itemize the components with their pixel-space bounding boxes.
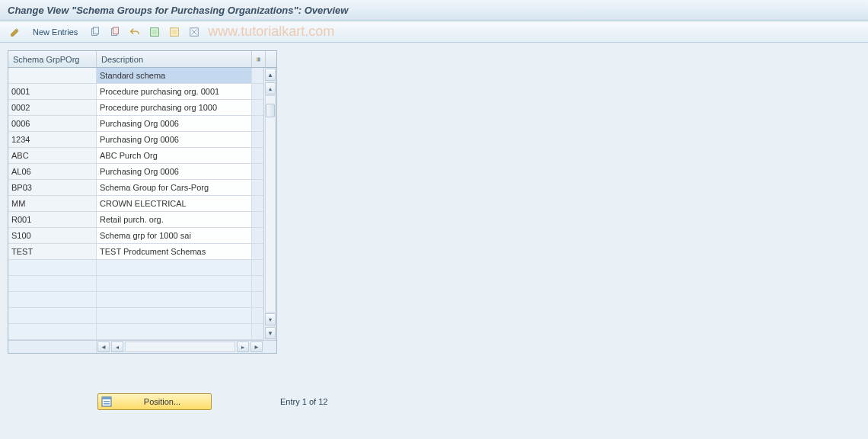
cell-description[interactable]: Purchasing Org 0006 xyxy=(97,164,252,179)
table-row-empty[interactable] xyxy=(8,260,263,276)
cell-description[interactable]: TEST Prodcument Schemas xyxy=(97,244,252,259)
cell-description[interactable]: Schema grp for 1000 sai xyxy=(97,228,252,243)
cell-description[interactable]: Schema Group for Cars-Porg xyxy=(97,180,252,195)
table-row[interactable]: 0002Procedure purchasing org 1000 xyxy=(8,100,263,116)
table-row[interactable]: R001Retail purch. org. xyxy=(8,212,263,228)
scroll-down-button[interactable]: ▼ xyxy=(265,327,276,339)
position-icon xyxy=(101,396,112,407)
vscroll-track[interactable] xyxy=(265,95,276,312)
cell-schema[interactable]: ABC xyxy=(8,148,97,163)
cell-description[interactable]: ABC Purch Org xyxy=(97,148,252,163)
cell-description-empty[interactable] xyxy=(97,260,252,275)
delete-icon xyxy=(110,27,120,37)
content-area: Schema GrpPOrg Description Standard sche… xyxy=(0,43,868,437)
table-row-empty[interactable] xyxy=(8,324,263,340)
table-header: Schema GrpPOrg Description xyxy=(8,51,276,68)
cell-schema[interactable]: 0002 xyxy=(8,100,97,115)
cell-schema[interactable]: R001 xyxy=(8,212,97,227)
undo-icon xyxy=(129,27,140,37)
table-row[interactable]: 0006Purchasing Org 0006 xyxy=(8,116,263,132)
svg-rect-12 xyxy=(259,57,260,60)
watermark-text: www.tutorialkart.com xyxy=(208,24,334,40)
select-block-button[interactable] xyxy=(165,24,183,40)
table-row[interactable]: MMCROWN ELECTRICAL xyxy=(8,196,263,212)
vertical-scrollbar[interactable]: ▲ ▴ ▾ ▼ xyxy=(263,68,276,340)
position-button[interactable]: Position... xyxy=(97,393,212,410)
scroll-right-small-button[interactable]: ▸ xyxy=(237,341,249,352)
select-all-icon xyxy=(149,27,160,37)
table-row[interactable]: 0001Procedure purchasing org. 0001 xyxy=(8,84,263,100)
deselect-all-button[interactable] xyxy=(185,24,203,40)
scroll-up-button[interactable]: ▲ xyxy=(265,69,276,81)
table-row[interactable]: S100Schema grp for 1000 sai xyxy=(8,228,263,244)
col-header-schema[interactable]: Schema GrpPOrg xyxy=(8,51,97,67)
new-entries-button[interactable]: New Entries xyxy=(26,24,85,40)
cell-schema[interactable]: BP03 xyxy=(8,180,97,195)
scroll-down-small-button[interactable]: ▾ xyxy=(265,313,276,325)
cell-description[interactable]: Standard schema xyxy=(97,68,252,83)
table-row-empty[interactable] xyxy=(8,276,263,292)
cell-description[interactable]: CROWN ELECTRICAL xyxy=(97,196,252,211)
table-row[interactable]: TESTTEST Prodcument Schemas xyxy=(8,244,263,260)
hscroll-spacer xyxy=(8,341,97,353)
cell-schema-empty[interactable] xyxy=(8,260,97,275)
cell-schema[interactable] xyxy=(8,68,97,83)
col-header-description[interactable]: Description xyxy=(97,51,252,67)
svg-rect-11 xyxy=(257,57,258,60)
cell-schema[interactable]: TEST xyxy=(8,244,97,259)
position-button-label: Position... xyxy=(116,397,208,406)
vscroll-thumb[interactable] xyxy=(266,104,275,117)
select-all-button[interactable] xyxy=(145,24,164,40)
delete-button[interactable] xyxy=(106,24,124,40)
cell-description-empty[interactable] xyxy=(97,324,252,339)
scroll-right-button[interactable]: ► xyxy=(251,341,263,352)
table-row[interactable]: ABCABC Purch Org xyxy=(8,148,263,164)
page-title: Change View "Schema Groups for Purchasin… xyxy=(0,0,868,21)
cell-schema[interactable]: 0001 xyxy=(8,84,97,99)
deselect-all-icon xyxy=(189,27,199,37)
table-settings-button[interactable] xyxy=(252,51,266,67)
schema-table: Schema GrpPOrg Description Standard sche… xyxy=(8,50,277,354)
table-rows: Standard schema0001Procedure purchasing … xyxy=(8,68,263,340)
toggle-edit-button[interactable] xyxy=(6,24,24,40)
cell-schema-empty[interactable] xyxy=(8,324,97,339)
table-settings-icon xyxy=(257,55,260,64)
footer: Position... Entry 1 of 12 xyxy=(8,393,327,410)
cell-schema[interactable]: AL06 xyxy=(8,164,97,179)
cell-schema[interactable]: MM xyxy=(8,196,97,211)
svg-rect-14 xyxy=(102,397,111,399)
pencil-icon xyxy=(10,27,21,37)
hscroll-track[interactable] xyxy=(125,341,235,352)
cell-description-empty[interactable] xyxy=(97,308,252,323)
scroll-corner xyxy=(263,341,276,353)
cell-schema-empty[interactable] xyxy=(8,276,97,291)
select-block-icon xyxy=(169,27,180,37)
svg-rect-1 xyxy=(94,27,99,34)
cell-schema-empty[interactable] xyxy=(8,292,97,307)
svg-rect-7 xyxy=(172,29,177,34)
cell-schema-empty[interactable] xyxy=(8,308,97,323)
cell-schema[interactable]: 1234 xyxy=(8,132,97,147)
scroll-left-button[interactable]: ◄ xyxy=(97,341,110,352)
cell-schema[interactable]: 0006 xyxy=(8,116,97,131)
table-row[interactable]: BP03Schema Group for Cars-Porg xyxy=(8,180,263,196)
cell-schema[interactable]: S100 xyxy=(8,228,97,243)
undo-button[interactable] xyxy=(126,24,144,40)
cell-description[interactable]: Procedure purchasing org 1000 xyxy=(97,100,252,115)
cell-description-empty[interactable] xyxy=(97,292,252,307)
table-row-empty[interactable] xyxy=(8,292,263,308)
entry-info: Entry 1 of 12 xyxy=(280,397,327,406)
table-row-empty[interactable] xyxy=(8,308,263,324)
scroll-up-small-button[interactable]: ▴ xyxy=(265,82,276,95)
copy-button[interactable] xyxy=(86,24,104,40)
horizontal-scrollbar[interactable]: ◄ ◂ ▸ ► xyxy=(8,340,276,353)
cell-description-empty[interactable] xyxy=(97,276,252,291)
table-row[interactable]: 1234Purchasing Org 0006 xyxy=(8,132,263,148)
cell-description[interactable]: Purchasing Org 0006 xyxy=(97,132,252,147)
table-row[interactable]: Standard schema xyxy=(8,68,263,84)
cell-description[interactable]: Retail purch. org. xyxy=(97,212,252,227)
cell-description[interactable]: Procedure purchasing org. 0001 xyxy=(97,84,252,99)
cell-description[interactable]: Purchasing Org 0006 xyxy=(97,116,252,131)
scroll-left-small-button[interactable]: ◂ xyxy=(111,341,123,352)
table-row[interactable]: AL06Purchasing Org 0006 xyxy=(8,164,263,180)
